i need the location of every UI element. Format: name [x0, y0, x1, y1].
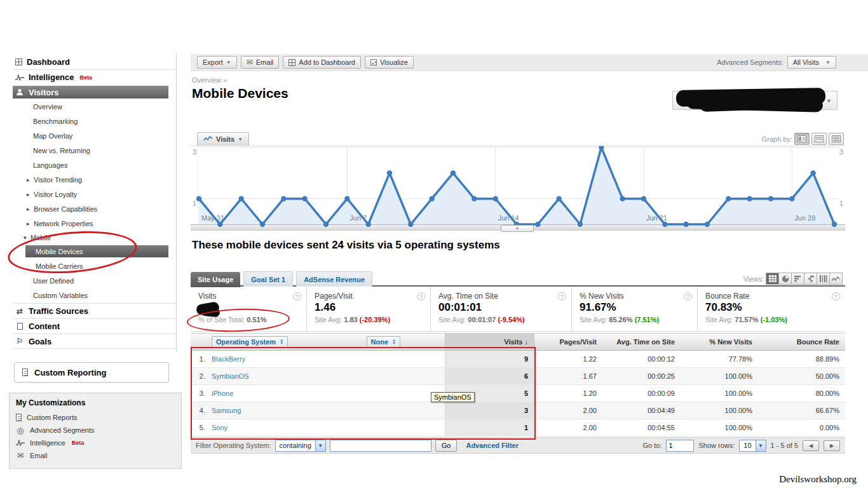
export-button[interactable]: Export▼ [197, 56, 237, 69]
tab-adsense-revenue[interactable]: AdSense Revenue [296, 271, 372, 287]
view-sparkline-button[interactable] [829, 273, 843, 285]
sidebar-item-visitor-loyalty[interactable]: ▸Visitor Loyalty [13, 187, 176, 202]
sidebar-item-custom-variables[interactable]: Custom Variables [13, 288, 176, 303]
sidebar-item-overview[interactable]: Overview [13, 100, 176, 114]
analytics-screen: Dashboard Intelligence Beta Visitors Ove… [0, 0, 868, 488]
email-button[interactable]: ✉Email [241, 56, 280, 69]
sidebar-item-email[interactable]: ✉ Email [16, 449, 181, 462]
expand-arrow-icon: ▸ [27, 187, 30, 202]
view-pie-button[interactable] [778, 273, 792, 285]
view-table-button[interactable] [766, 273, 779, 285]
intelligence-icon [16, 440, 25, 446]
svg-text:May 31: May 31 [201, 214, 224, 222]
graph-by-week-button[interactable] [811, 133, 827, 145]
sidebar-item-user-defined[interactable]: User Defined [13, 274, 176, 288]
column-header-new-visits[interactable]: % New Visits [681, 338, 758, 346]
os-link[interactable]: iPhone [212, 390, 233, 397]
view-bar-button[interactable] [791, 273, 804, 285]
sidebar-label: Intelligence [29, 72, 74, 82]
tab-site-usage[interactable]: Site Usage [191, 272, 240, 287]
advanced-segments-label: Advanced Segments: [717, 58, 783, 66]
sidebar-item-content[interactable]: Content [13, 318, 176, 334]
secondary-dimension-button[interactable]: None▲▼ [367, 336, 400, 348]
sidebar-item-languages[interactable]: Languages [13, 158, 176, 173]
filter-match-type-select[interactable]: containing▼ [275, 440, 326, 452]
custom-reporting-button[interactable]: Custom Reporting [14, 362, 169, 383]
view-pivot-button[interactable] [817, 273, 830, 285]
sidebar-item-advanced-segments[interactable]: ◎ Advanced Segments [16, 424, 181, 437]
sidebar-item-intelligence-bottom[interactable]: Intelligence Beta [16, 437, 181, 449]
prev-page-button[interactable]: ◀ [803, 440, 819, 451]
next-page-button[interactable]: ▶ [824, 440, 840, 451]
my-customizations-panel: My Customizations Custom Reports ◎ Advan… [9, 393, 182, 469]
filter-text-input[interactable] [330, 440, 431, 452]
goals-flag-icon: ⚐ [15, 337, 24, 346]
sparkline-icon [203, 135, 213, 143]
help-icon[interactable]: ? [417, 292, 425, 301]
os-link[interactable]: SymbianOS [212, 372, 249, 380]
sidebar-item-new-vs-returning[interactable]: New vs. Returning [13, 144, 176, 158]
show-rows-label: Show rows: [698, 442, 735, 449]
column-header-avg-time[interactable]: Avg. Time on Site [602, 338, 681, 346]
sidebar-item-mobile-carriers[interactable]: Mobile Carriers [13, 259, 176, 274]
os-link[interactable]: Sony [212, 424, 227, 431]
column-header-visits[interactable]: Visits ↓ [445, 334, 534, 350]
report-document-icon [16, 414, 22, 421]
chevron-down-icon: ▼ [825, 60, 831, 65]
sidebar-item-visitors[interactable]: Visitors [13, 86, 168, 98]
go-button[interactable]: Go [435, 440, 458, 452]
sidebar-label: Traffic Sources [29, 306, 88, 316]
sidebar-item-visitor-trending[interactable]: ▸Visitor Trending [13, 173, 176, 187]
svg-text:Jun 28: Jun 28 [794, 214, 815, 222]
sidebar-item-network-properties[interactable]: ▸Network Properties [13, 217, 176, 231]
visualize-icon [370, 59, 377, 65]
column-header-pages-visit[interactable]: Pages/Visit [534, 338, 602, 346]
graph-by-day-button[interactable] [794, 133, 810, 145]
os-link[interactable]: Samsung [212, 407, 241, 414]
dimension-selector-button[interactable]: Operating System▲▼ [212, 336, 288, 348]
sidebar-item-benchmarking[interactable]: Benchmarking [13, 114, 176, 129]
advanced-segments-dropdown[interactable]: All Visits▼ [787, 56, 836, 69]
sidebar-item-mobile[interactable]: ▾Mobile [13, 231, 176, 244]
scorecard-visits: Visits ? % of Site Total: 0.51% [191, 287, 307, 331]
visitors-subnav: Overview Benchmarking Map Overlay New vs… [13, 100, 176, 244]
visualize-button[interactable]: Visualize [365, 56, 414, 69]
sidebar-item-goals[interactable]: ⚐ Goals [13, 334, 176, 349]
help-icon[interactable]: ? [293, 292, 301, 301]
sidebar-item-mobile-devices[interactable]: Mobile Devices [25, 245, 168, 257]
sidebar-item-custom-reports[interactable]: Custom Reports [16, 411, 181, 424]
graph-by-label: Graph by: [762, 135, 792, 143]
sort-down-arrow-icon: ↓ [525, 338, 529, 346]
help-icon[interactable]: ? [832, 292, 840, 301]
table-row: 5. Sony 1 2.00 00:04:55 100.00% 0.00% [191, 419, 845, 437]
goto-label: Go to: [643, 442, 662, 449]
svg-text:1: 1 [193, 200, 196, 207]
help-icon[interactable]: ? [684, 292, 692, 301]
column-header-bounce-rate[interactable]: Bounce Rate [758, 338, 845, 346]
date-range-selector[interactable]: ▼ [672, 91, 837, 110]
goto-page-input[interactable] [666, 440, 694, 452]
scorecard-row: Visits ? % of Site Total: 0.51% Pages/Vi… [191, 287, 845, 332]
visits-chart: May 31Jun 7Jun 14Jun 21Jun 281133 [191, 146, 845, 229]
graph-by-month-button[interactable] [829, 133, 844, 145]
chart-scrollbar-handle[interactable]: ▼ [501, 225, 534, 232]
intelligence-icon [15, 74, 24, 81]
view-comparison-button[interactable] [804, 273, 817, 285]
os-link[interactable]: BlackBerry [212, 355, 245, 363]
chart-metric-selector[interactable]: Visits ▼ [197, 132, 249, 146]
sidebar-item-dashboard[interactable]: Dashboard [13, 54, 176, 69]
add-to-dashboard-button[interactable]: Add to Dashboard [283, 56, 361, 69]
report-tabs: Site Usage Goal Set 1 AdSense Revenue Vi… [191, 269, 845, 287]
show-rows-select[interactable]: 10▼ [739, 440, 766, 452]
breadcrumb[interactable]: Overview » [192, 76, 227, 84]
help-icon[interactable]: ? [558, 292, 566, 301]
sidebar-label: Goals [29, 337, 51, 346]
scorecard-bounce-rate: Bounce Rate ? 70.83% Site Avg: 71.57% (-… [698, 287, 845, 331]
sidebar-item-intelligence[interactable]: Intelligence Beta [13, 69, 176, 85]
tab-goal-set-1[interactable]: Goal Set 1 [243, 271, 293, 287]
sidebar-label: Visitors [29, 88, 58, 97]
sidebar-item-traffic-sources[interactable]: ⇄ Traffic Sources [13, 303, 176, 318]
sidebar-item-map-overlay[interactable]: Map Overlay [13, 129, 176, 144]
sidebar-item-browser-capabilities[interactable]: ▸Browser Capabilities [13, 202, 176, 217]
advanced-filter-link[interactable]: Advanced Filter [466, 442, 519, 449]
